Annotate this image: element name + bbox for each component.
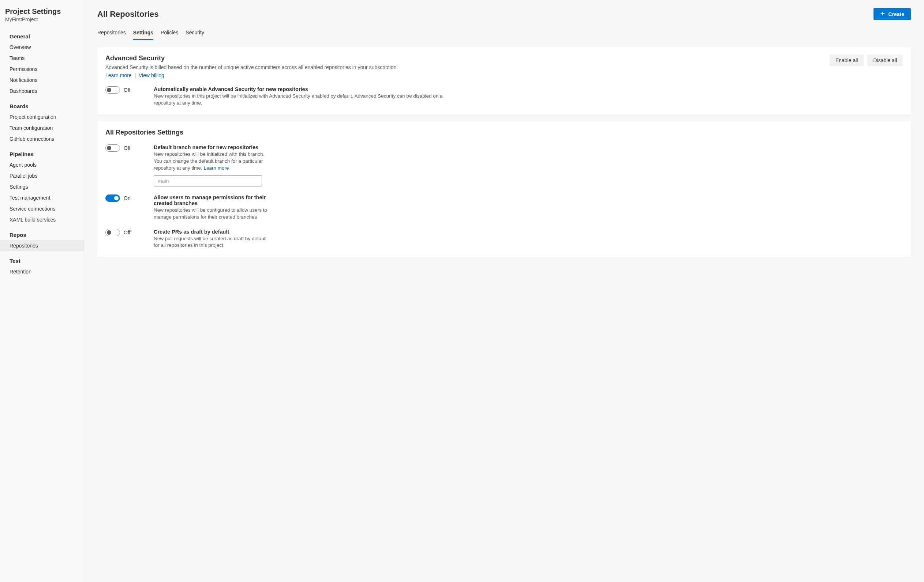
sidebar-section-title: Test — [0, 251, 84, 266]
advanced-security-card: Advanced Security Advanced Security is b… — [97, 47, 911, 115]
sidebar: Project Settings MyFirstProject GeneralO… — [0, 0, 84, 582]
sidebar-item-overview[interactable]: Overview — [0, 42, 84, 53]
view-billing-link[interactable]: View billing — [139, 72, 164, 78]
sidebar-item-parallel-jobs[interactable]: Parallel jobs — [0, 170, 84, 181]
sidebar-item-agent-pools[interactable]: Agent pools — [0, 159, 84, 170]
advanced-security-desc: Advanced Security is billed based on the… — [106, 64, 398, 71]
draft-prs-row: Off Create PRs as draft by default New p… — [106, 229, 903, 249]
default-branch-title: Default branch name for new repositories — [154, 145, 271, 150]
manage-permissions-desc: New repositories will be configured to a… — [154, 207, 271, 221]
draft-prs-desc: New pull requests will be created as dra… — [154, 235, 271, 249]
sidebar-item-teams[interactable]: Teams — [0, 53, 84, 64]
sidebar-subtitle: MyFirstProject — [5, 16, 79, 22]
sidebar-section-title: Repos — [0, 225, 84, 240]
manage-permissions-title: Allow users to manage permissions for th… — [154, 194, 271, 206]
disable-all-button[interactable]: Disable all — [867, 54, 903, 66]
sidebar-item-project-configuration[interactable]: Project configuration — [0, 112, 84, 122]
enable-all-button[interactable]: Enable all — [830, 54, 864, 66]
tab-settings[interactable]: Settings — [133, 27, 153, 40]
default-branch-state: Off — [124, 145, 130, 151]
manage-permissions-toggle[interactable] — [106, 194, 120, 202]
auto-enable-state: Off — [124, 87, 130, 93]
draft-prs-toggle[interactable] — [106, 229, 120, 236]
all-repo-settings-card: All Repositories Settings Off Default br… — [97, 122, 911, 257]
page-header: All Repositories Create — [97, 8, 911, 20]
main-content: All Repositories Create RepositoriesSett… — [84, 0, 924, 582]
manage-permissions-row: On Allow users to manage permissions for… — [106, 194, 903, 221]
sidebar-item-xaml-build-services[interactable]: XAML build services — [0, 214, 84, 225]
sidebar-title: Project Settings — [5, 7, 79, 16]
default-branch-toggle[interactable] — [106, 145, 120, 152]
sidebar-item-github-connections[interactable]: GitHub connections — [0, 133, 84, 145]
all-repo-settings-title: All Repositories Settings — [106, 129, 903, 136]
sidebar-item-notifications[interactable]: Notifications — [0, 75, 84, 85]
advanced-security-title: Advanced Security — [106, 54, 398, 62]
default-branch-desc: New repositories will be initialized wit… — [154, 151, 271, 172]
advanced-security-links: Learn more | View billing — [106, 72, 398, 78]
tab-repositories[interactable]: Repositories — [97, 27, 126, 40]
tabs: RepositoriesSettingsPoliciesSecurity — [97, 27, 911, 41]
auto-enable-row: Off Automatically enable Advanced Securi… — [106, 86, 903, 107]
sidebar-item-test-management[interactable]: Test management — [0, 192, 84, 203]
sidebar-section-title: General — [0, 27, 84, 42]
default-branch-learn-more[interactable]: Learn more — [204, 165, 229, 171]
draft-prs-title: Create PRs as draft by default — [154, 229, 271, 235]
learn-more-link[interactable]: Learn more — [106, 72, 132, 78]
sidebar-header: Project Settings MyFirstProject — [0, 7, 84, 27]
sidebar-item-permissions[interactable]: Permissions — [0, 64, 84, 75]
tab-security[interactable]: Security — [186, 27, 204, 40]
sidebar-section-title: Boards — [0, 97, 84, 112]
link-separator: | — [134, 72, 136, 78]
create-button-label: Create — [888, 12, 904, 17]
auto-enable-title: Automatically enable Advanced Security f… — [154, 86, 454, 92]
draft-prs-state: Off — [124, 230, 130, 235]
plus-icon — [880, 11, 885, 17]
page-title: All Repositories — [97, 10, 158, 19]
default-branch-input[interactable] — [154, 176, 262, 186]
sidebar-item-dashboards[interactable]: Dashboards — [0, 85, 84, 97]
tab-policies[interactable]: Policies — [161, 27, 178, 40]
sidebar-item-settings[interactable]: Settings — [0, 181, 84, 192]
auto-enable-desc: New repositories in this project will be… — [154, 93, 454, 107]
manage-permissions-state: On — [124, 195, 130, 201]
auto-enable-toggle[interactable] — [106, 86, 120, 94]
create-button[interactable]: Create — [873, 8, 911, 20]
sidebar-item-repositories[interactable]: Repositories — [0, 240, 84, 251]
sidebar-item-retention[interactable]: Retention — [0, 266, 84, 277]
sidebar-item-team-configuration[interactable]: Team configuration — [0, 122, 84, 133]
sidebar-item-service-connections[interactable]: Service connections — [0, 203, 84, 214]
sidebar-section-title: Pipelines — [0, 145, 84, 159]
default-branch-row: Off Default branch name for new reposito… — [106, 145, 903, 186]
